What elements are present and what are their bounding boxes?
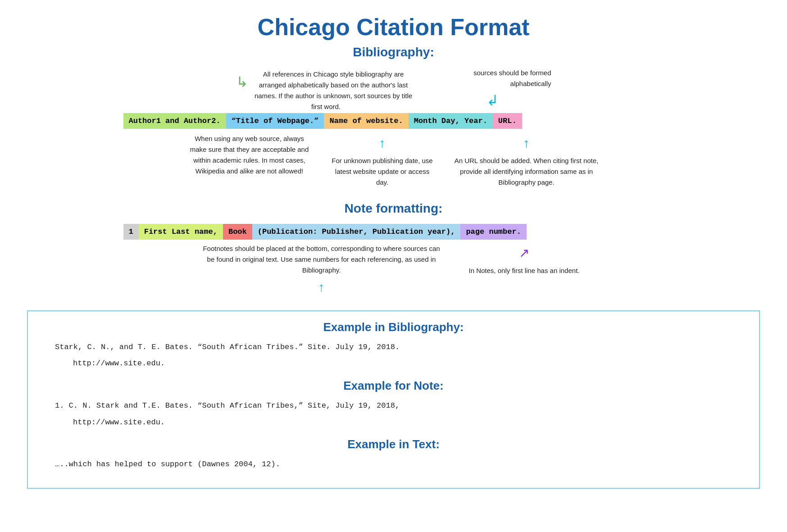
arrow-purple-icon: ↗ — [461, 243, 587, 264]
example-note-heading: Example for Note: — [55, 379, 732, 393]
example-bib-line1: Stark, C. N., and T. E. Bates. “South Af… — [55, 341, 732, 355]
bibliography-section: ↳ All references in Chicago style biblio… — [27, 68, 760, 192]
chunk-author: Author1 and Author2. — [123, 113, 226, 129]
citation-bar: Author1 and Author2. “Title of Webpage.”… — [123, 113, 664, 129]
chunk-date: Month Day, Year. — [409, 113, 493, 129]
below-mid: ↑ For unknown publishing date, use lates… — [322, 129, 443, 192]
example-note-line1: 1. C. N. Stark and T.E. Bates. “South Af… — [55, 399, 732, 413]
example-bib-heading: Example in Bibliography: — [55, 320, 732, 334]
below-left-text: When using any web source, always make s… — [190, 135, 309, 175]
arrow-cyan-down-icon: ↲ — [434, 89, 551, 112]
annotation-right-top: sources should be formed alphabetically … — [425, 68, 551, 112]
note-number: 1 — [123, 224, 139, 240]
arrow-cyan-up-2-icon: ↑ — [200, 277, 443, 298]
arrow-cyan-up-icon: ↑ — [331, 133, 434, 154]
below-right-text: An URL should be added. When citing firs… — [455, 157, 599, 186]
top-annotation-row: ↳ All references in Chicago style biblio… — [236, 68, 551, 112]
annotation-left-text: ↳ All references in Chicago style biblio… — [236, 69, 425, 112]
bibliography-heading: Bibliography: — [27, 45, 760, 59]
note-below-left: Footnotes should be placed at the bottom… — [191, 240, 452, 301]
note-below-left-text: Footnotes should be placed at the bottom… — [203, 245, 440, 274]
below-mid-text: For unknown publishing date, use latest … — [332, 157, 432, 186]
below-bar-row: When using any web source, always make s… — [177, 129, 610, 192]
below-right: ↑ An URL should be added. When citing fi… — [443, 129, 610, 192]
note-below-row: Footnotes should be placed at the bottom… — [191, 240, 596, 301]
note-bar: 1 First Last name, Book (Publication: Pu… — [123, 224, 664, 240]
chunk-website-name: Name of website. — [324, 113, 408, 129]
example-note-line2: http://www.site.edu. — [55, 416, 732, 430]
note-chunk-page: page number. — [460, 224, 526, 240]
note-formatting-heading: Note formatting: — [27, 201, 760, 216]
note-chunk-name: First Last name, — [139, 224, 223, 240]
example-text-line1: …..which has helped to support (Dawnes 2… — [55, 458, 732, 472]
annotation-left-content: All references in Chicago style bibliogr… — [255, 70, 412, 110]
chunk-title: “Title of Webpage.” — [226, 113, 324, 129]
note-below-right: ↗ In Notes, only first line has an inden… — [452, 240, 596, 301]
example-text-heading: Example in Text: — [55, 437, 732, 451]
example-bib-line2: http://www.site.edu. — [55, 357, 732, 371]
example-section: Example in Bibliography: Stark, C. N., a… — [27, 310, 760, 489]
note-below-right-text: In Notes, only first line has an indent. — [469, 267, 580, 274]
chunk-url: URL. — [493, 113, 522, 129]
note-section: 1 First Last name, Book (Publication: Pu… — [27, 224, 760, 301]
below-left: When using any web source, always make s… — [177, 129, 322, 192]
note-chunk-publication: (Publication: Publisher, Publication yea… — [252, 224, 461, 240]
page-title: Chicago Citation Format — [27, 14, 760, 41]
arrow-blue-up-icon: ↑ — [452, 133, 601, 154]
annotation-right-top-content: sources should be formed alphabetically — [473, 69, 551, 87]
arrow-green-down-icon: ↳ — [236, 71, 248, 94]
note-chunk-book: Book — [223, 224, 252, 240]
